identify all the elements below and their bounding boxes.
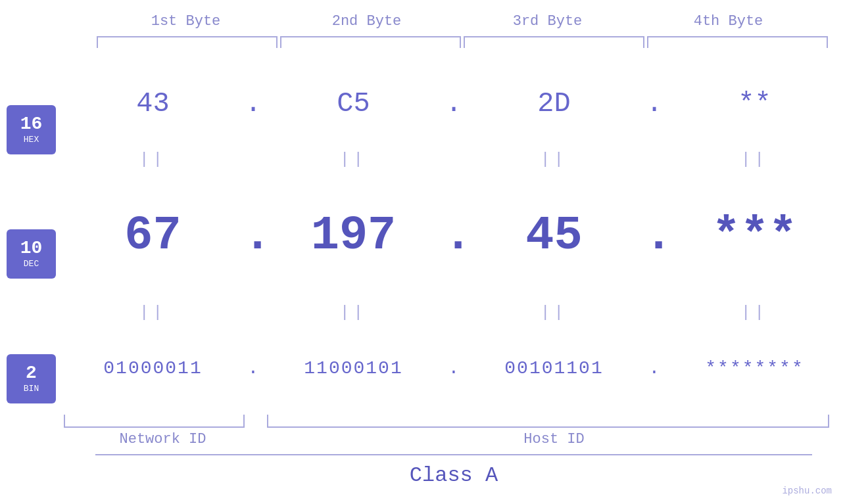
equals-row-1: || || || || xyxy=(62,146,845,172)
eq2-b3: || xyxy=(464,304,644,321)
dec-b4: *** xyxy=(664,209,845,263)
bin-b3: 00101101 xyxy=(464,358,644,378)
hex-badge-num: 16 xyxy=(20,115,43,133)
dec-b1: 67 xyxy=(62,209,243,263)
dec-row: 67 . 197 . 45 . *** xyxy=(62,172,845,300)
bracket-byte1 xyxy=(97,36,278,48)
class-label: Class A xyxy=(95,455,812,491)
eq1-b1: || xyxy=(62,150,243,168)
bin-b2: 11000101 xyxy=(263,358,444,378)
bracket-host xyxy=(267,415,829,428)
byte2-header: 2nd Byte xyxy=(276,13,457,30)
dec-badge-num: 10 xyxy=(20,239,43,258)
byte4-header: 4th Byte xyxy=(638,13,819,30)
byte-headers: 1st Byte 2nd Byte 3rd Byte 4th Byte xyxy=(95,13,845,30)
id-labels-row: Network ID Host ID xyxy=(62,431,845,447)
network-id-label: Network ID xyxy=(62,431,263,447)
bin-dot3: . xyxy=(644,358,664,378)
dec-dot2: . xyxy=(444,209,464,263)
dec-badge: 10 DEC xyxy=(7,229,56,279)
byte1-header: 1st Byte xyxy=(95,13,276,30)
hex-dot2: . xyxy=(444,88,464,120)
dec-dot3: . xyxy=(644,209,664,263)
main-container: 1st Byte 2nd Byte 3rd Byte 4th Byte 16 H… xyxy=(0,0,845,504)
eq1-b4: || xyxy=(664,150,845,168)
class-row-wrapper: Class A xyxy=(95,454,812,491)
bin-badge-num: 2 xyxy=(26,364,37,382)
content-area: 16 HEX 10 DEC 2 BIN 43 . C5 xyxy=(0,61,845,447)
bin-badge-label: BIN xyxy=(24,384,39,394)
hex-b1: 43 xyxy=(62,88,243,120)
bin-dot2: . xyxy=(444,358,464,378)
bin-b1: 01000011 xyxy=(62,358,243,378)
byte3-header: 3rd Byte xyxy=(457,13,638,30)
watermark: ipshu.com xyxy=(782,486,832,496)
bin-badge: 2 BIN xyxy=(7,354,56,403)
data-columns: 43 . C5 . 2D . ** || || xyxy=(62,61,845,447)
bin-dot1: . xyxy=(243,358,263,378)
eq2-b1: || xyxy=(62,304,243,321)
hex-b3: 2D xyxy=(464,88,644,120)
hex-badge-label: HEX xyxy=(24,135,39,145)
equals-row-2: || || || || xyxy=(62,300,845,326)
hex-badge: 16 HEX xyxy=(7,105,56,154)
host-id-label: Host ID xyxy=(263,431,845,447)
hex-row: 43 . C5 . 2D . ** xyxy=(62,61,845,146)
dec-b3: 45 xyxy=(464,209,644,263)
eq1-b2: || xyxy=(263,150,444,168)
hex-dot1: . xyxy=(243,88,263,120)
bracket-byte3 xyxy=(464,36,644,48)
eq2-b4: || xyxy=(664,304,845,321)
bin-row: 01000011 . 11000101 . 00101101 . *******… xyxy=(62,326,845,411)
bracket-byte2 xyxy=(280,36,461,48)
bracket-network xyxy=(64,415,245,428)
badges-column: 16 HEX 10 DEC 2 BIN xyxy=(0,61,62,447)
top-brackets xyxy=(95,36,845,48)
hex-b4: ** xyxy=(664,88,845,120)
eq1-b3: || xyxy=(464,150,644,168)
bin-b4: ******** xyxy=(664,358,845,378)
dec-badge-label: DEC xyxy=(24,259,39,269)
eq2-b2: || xyxy=(263,304,444,321)
dec-dot1: . xyxy=(243,209,263,263)
bracket-byte4 xyxy=(647,36,828,48)
bracket-dot-spacer1 xyxy=(246,415,266,428)
bottom-brackets-row xyxy=(62,415,845,428)
hex-b2: C5 xyxy=(263,88,444,120)
hex-dot3: . xyxy=(644,88,664,120)
dec-b2: 197 xyxy=(263,209,444,263)
